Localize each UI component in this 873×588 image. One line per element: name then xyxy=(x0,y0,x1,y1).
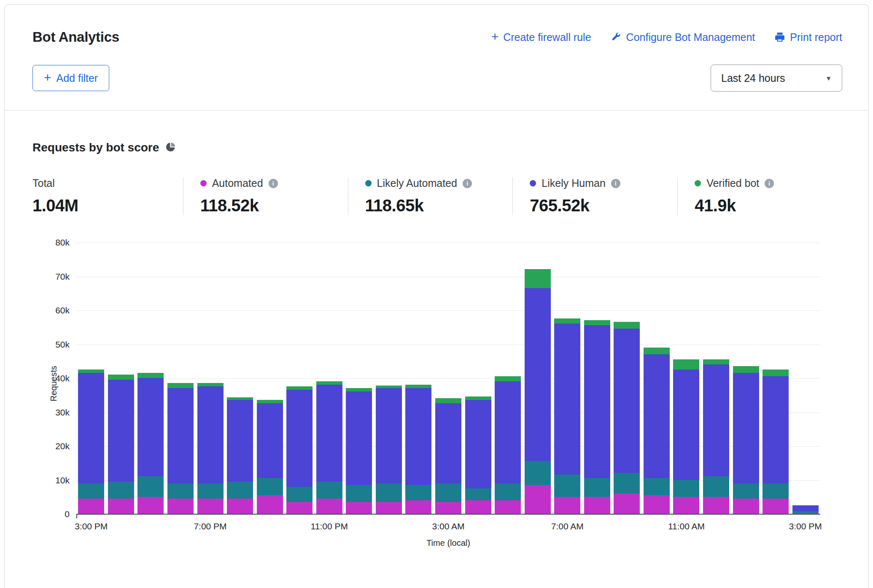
info-icon[interactable]: i xyxy=(269,179,278,188)
bar-stack-11[interactable] xyxy=(405,385,431,514)
segment-likely-human xyxy=(346,391,372,485)
segment-automated xyxy=(733,499,759,514)
segment-likely-automated xyxy=(495,483,521,500)
print-report-link[interactable]: Print report xyxy=(774,31,842,43)
segment-automated xyxy=(614,494,640,514)
bar-stack-3[interactable] xyxy=(167,383,194,514)
legend-stats-row: Total 1.04M Automated i 118.52k Likely A… xyxy=(32,177,842,215)
automated-legend-dot xyxy=(200,180,207,186)
plot-area: 010k20k30k40k50k60k70k80k3:00 PM7:00 PM1… xyxy=(76,243,820,515)
segment-likely-automated xyxy=(376,483,402,502)
bar-stack-9[interactable] xyxy=(346,388,372,514)
gridline xyxy=(76,277,820,277)
segment-automated xyxy=(405,500,431,514)
bar-stack-16[interactable] xyxy=(554,318,580,514)
segment-likely-human xyxy=(435,403,461,483)
segment-verified-bot xyxy=(495,376,521,381)
y-tick-label: 20k xyxy=(55,441,70,451)
segment-likely-automated xyxy=(346,485,372,502)
bar-stack-22[interactable] xyxy=(733,366,759,514)
segment-verified-bot xyxy=(525,269,551,288)
bar-stack-20[interactable] xyxy=(673,359,699,514)
segment-likely-human xyxy=(733,373,759,483)
segment-automated xyxy=(227,499,253,514)
segment-automated xyxy=(137,497,164,514)
y-tick-label: 0 xyxy=(65,509,70,519)
bar-stack-19[interactable] xyxy=(644,348,670,514)
segment-verified-bot xyxy=(644,348,670,354)
gridline xyxy=(76,310,820,311)
segment-likely-automated xyxy=(614,473,640,493)
axis-tick xyxy=(76,515,77,518)
segment-likely-human xyxy=(525,288,551,461)
segment-likely-automated xyxy=(405,485,431,500)
segment-automated xyxy=(286,502,313,514)
segment-verified-bot xyxy=(405,385,431,388)
bar-stack-7[interactable] xyxy=(286,386,313,514)
create-firewall-rule-link[interactable]: + Create firewall rule xyxy=(491,31,591,43)
bar-stack-15[interactable] xyxy=(525,269,551,514)
bar-stack-10[interactable] xyxy=(376,386,402,514)
y-tick-label: 30k xyxy=(55,407,70,418)
segment-likely-human xyxy=(316,385,342,481)
time-range-select[interactable]: Last 24 hours ▼ xyxy=(711,65,842,92)
segment-automated xyxy=(435,502,461,514)
x-tick-label: 7:00 PM xyxy=(194,521,226,531)
segment-likely-automated xyxy=(197,483,224,499)
segment-likely-automated xyxy=(644,478,670,495)
bar-stack-0[interactable] xyxy=(78,370,104,514)
segment-verified-bot xyxy=(78,370,104,373)
stat-value: 41.9k xyxy=(695,196,834,215)
bar-stack-21[interactable] xyxy=(703,359,729,514)
segment-likely-automated xyxy=(227,482,253,499)
card-header: Bot Analytics + Create firewall rule Con… xyxy=(5,5,868,111)
bar-stack-1[interactable] xyxy=(108,375,134,514)
segment-verified-bot xyxy=(346,388,372,391)
verified-bot-legend-dot xyxy=(695,180,701,186)
plus-icon: + xyxy=(491,30,499,43)
bar-stack-5[interactable] xyxy=(227,397,253,514)
gridline xyxy=(76,345,820,345)
stat-label: Verified bot xyxy=(706,177,759,189)
info-icon[interactable]: i xyxy=(463,179,472,188)
segment-likely-human xyxy=(286,390,313,486)
card-body: Requests by bot score Total 1.04M Automa… xyxy=(5,111,868,555)
info-icon[interactable]: i xyxy=(765,179,774,188)
stat-automated: Automated i 118.52k xyxy=(183,177,348,215)
bar-stack-8[interactable] xyxy=(316,381,342,514)
segment-likely-automated xyxy=(257,478,283,495)
add-filter-button[interactable]: + Add filter xyxy=(32,65,109,91)
bar-stack-24[interactable] xyxy=(792,505,819,514)
stat-likely-automated: Likely Automated i 118.65k xyxy=(348,177,513,215)
bar-stack-13[interactable] xyxy=(465,396,491,514)
segment-verified-bot xyxy=(733,366,759,373)
segment-likely-human xyxy=(792,505,819,511)
stat-value: 765.52k xyxy=(530,196,669,215)
info-icon[interactable]: i xyxy=(611,179,620,188)
configure-bot-management-link[interactable]: Configure Bot Management xyxy=(611,31,755,43)
segment-verified-bot xyxy=(554,318,580,324)
segment-likely-human xyxy=(257,403,283,478)
bar-stack-14[interactable] xyxy=(495,376,521,514)
segment-verified-bot xyxy=(137,373,164,378)
segment-likely-automated xyxy=(673,480,699,497)
segment-likely-automated xyxy=(108,482,134,499)
bar-stack-6[interactable] xyxy=(257,400,283,514)
segment-automated xyxy=(644,495,670,514)
segment-likely-human xyxy=(673,370,699,480)
segment-likely-human xyxy=(614,329,640,473)
segment-verified-bot xyxy=(614,322,640,329)
segment-verified-bot xyxy=(673,359,699,370)
segment-likely-automated xyxy=(733,483,759,499)
bar-stack-18[interactable] xyxy=(614,322,640,514)
bar-stack-12[interactable] xyxy=(435,398,461,514)
chevron-down-icon: ▼ xyxy=(825,75,832,82)
segment-likely-automated xyxy=(167,483,194,499)
bar-stack-23[interactable] xyxy=(763,370,789,514)
bar-stack-2[interactable] xyxy=(137,373,164,514)
bar-stack-17[interactable] xyxy=(584,320,610,514)
y-tick-label: 50k xyxy=(55,340,70,350)
bar-stack-4[interactable] xyxy=(197,383,224,514)
stat-label: Likely Human xyxy=(542,177,605,189)
segment-likely-human xyxy=(227,400,253,481)
